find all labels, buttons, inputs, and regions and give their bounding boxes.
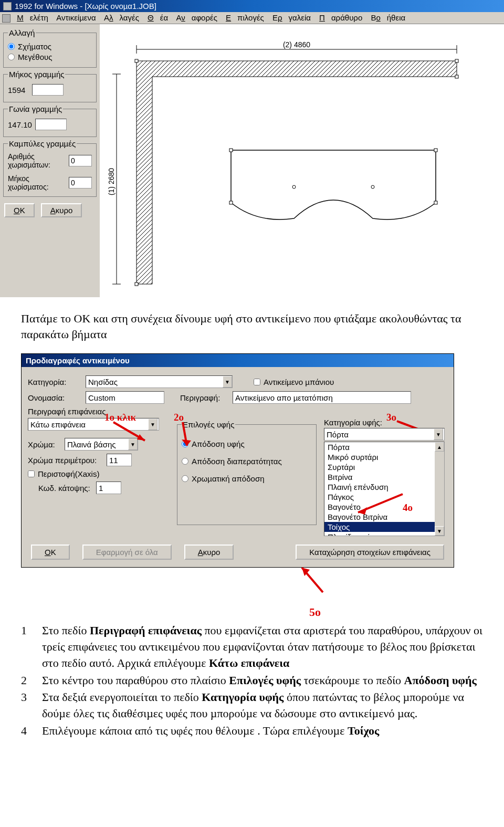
group-change-legend: Αλλαγή <box>8 28 36 37</box>
svg-marker-17 <box>137 434 145 441</box>
texcat-label: Κατηγορία υφής: <box>324 418 447 427</box>
listbox-scrollbar[interactable]: ▲ ▼ <box>435 442 444 536</box>
radio-size[interactable] <box>8 54 15 60</box>
group-line-angle-legend: Γωνία γραµµής <box>8 104 63 113</box>
instructions: 5ο 1Στο πεδίο Περιγραφή επιφάνειας που ε… <box>0 599 504 756</box>
menu-window[interactable]: Παράθυρο <box>319 13 362 22</box>
list-item[interactable]: Πλαινή επένδυση <box>324 482 444 492</box>
rotation-label: Περιστοφή(Xaxis) <box>38 469 99 478</box>
line-angle-input[interactable] <box>35 119 67 130</box>
list-item[interactable]: Συρτάρι <box>324 462 444 472</box>
menu-objects[interactable]: Αντικείµενα <box>56 13 96 22</box>
radio-color[interactable] <box>182 475 188 482</box>
app-titlebar: 1992 for Windows - [Χωρίς ονοµα1.JOB] <box>0 0 504 12</box>
dim-top-text: (2) 4860 <box>283 40 310 49</box>
plancode-label: Κωδ. κάτοψης: <box>28 484 96 493</box>
scroll-up-icon[interactable]: ▲ <box>435 442 444 452</box>
radio-transparency[interactable] <box>182 458 188 465</box>
texcat-combo[interactable]: ▼ <box>324 428 445 441</box>
doc-paragraph: Πατάµε το ΟΚ και στη συνέχεια δίνουµε υφ… <box>0 297 504 350</box>
instruction-1: Στο πεδίο Περιγραφή επιφάνειας που εµφαν… <box>42 623 483 671</box>
app-title: 1992 for Windows - [Χωρίς ονοµα1.JOB] <box>15 2 156 11</box>
menu-changes[interactable]: Αλλαγές <box>104 13 139 22</box>
group-line-angle: Γωνία γραµµής 147.10 <box>3 104 97 137</box>
rotation-checkbox[interactable] <box>28 470 35 477</box>
radio-texture-label: Απόδοση υφής <box>192 439 245 448</box>
radio-transparency-label: Απόδοση διαπερατότητας <box>192 457 282 466</box>
radio-shape-label: Σχήµατος <box>18 42 51 51</box>
workarea: Αλλαγή Σχήµατος Μεγέθους Μήκος γραµµής 1… <box>0 24 504 297</box>
annotation-5: 5ο <box>304 604 326 621</box>
line-length-input[interactable] <box>32 84 64 96</box>
cancel-button[interactable]: Aκυρο <box>41 203 82 217</box>
svg-point-15 <box>371 185 374 189</box>
name-input[interactable] <box>86 391 164 404</box>
bathroom-label: Αντικείµενο µπάνιου <box>264 378 334 386</box>
category-drop-icon[interactable]: ▼ <box>223 376 232 388</box>
list-item[interactable]: Βιτρίνα <box>324 472 444 482</box>
perim-color-label: Χρώµα περιµέτρου: <box>28 456 107 465</box>
object-specs-dialog: Προδιαγραφές αντικειµένου Κατηγορία: ▼ Α… <box>21 353 454 568</box>
svg-marker-19 <box>182 439 191 446</box>
svg-rect-11 <box>434 149 437 152</box>
menu-view[interactable]: Θέα <box>148 13 168 22</box>
line-length-value: 1594 <box>8 86 29 95</box>
group-curves-legend: Καµπύλες γραµµές <box>8 139 77 148</box>
svg-rect-6 <box>135 59 138 62</box>
category-label: Κατηγορία: <box>28 378 86 386</box>
color-label: Χρώµα: <box>28 440 65 449</box>
subdiv-input[interactable] <box>69 155 92 166</box>
svg-rect-8 <box>455 75 458 78</box>
category-combo[interactable]: ▼ <box>86 375 233 388</box>
dialog-ok-button[interactable]: OK <box>31 545 70 560</box>
apply-all-button[interactable]: Εφαρµογή σε όλα <box>82 545 172 560</box>
group-curves: Καµπύλες γραµµές Αριθµός χωρισµάτων: Μήκ… <box>3 139 97 197</box>
menu-help[interactable]: Βοήθεια <box>371 13 405 22</box>
save-surface-button[interactable]: Καταχώρηση στοιχείων επιφάνειας <box>296 545 444 560</box>
list-item[interactable]: Πλακίδια τοίχου <box>324 532 444 536</box>
radio-size-label: Μεγέθους <box>18 53 52 61</box>
texcat-input[interactable] <box>324 428 434 440</box>
menu-options[interactable]: Επιλογές <box>226 13 264 22</box>
texcat-drop-icon[interactable]: ▼ <box>434 428 443 440</box>
dim-left-text: (1) 2680 <box>107 168 116 195</box>
instruction-2: Στο κέντρο του παραθύρου στο πλαίσιο Επι… <box>42 673 483 689</box>
seglen-input[interactable] <box>69 177 92 189</box>
group-line-length-legend: Μήκος γραµµής <box>8 70 65 79</box>
texture-listbox[interactable]: Πόρτα Μικρό συρτάρι Συρτάρι Βιτρίνα Πλαι… <box>324 442 445 536</box>
plancode-input[interactable] <box>96 481 121 494</box>
name-label: Ονοµασία: <box>28 393 86 402</box>
seglen-label: Μήκος χωρίσµατος: <box>8 174 67 191</box>
app-menu-icon[interactable] <box>2 14 10 23</box>
line-angle-value: 147.10 <box>8 120 32 129</box>
scroll-down-icon[interactable]: ▼ <box>435 526 444 536</box>
menubar[interactable]: Μελέτη Αντικείµενα Αλλαγές Θέα Αναφορές … <box>0 12 504 24</box>
radio-shape[interactable] <box>8 43 15 50</box>
group-change: Αλλαγή Σχήµατος Μεγέθους <box>3 28 97 68</box>
ok-button[interactable]: OK <box>4 203 35 217</box>
list-item[interactable]: Πόρτα <box>324 442 444 452</box>
svg-rect-9 <box>135 282 138 286</box>
list-item-selected[interactable]: Τοίχος <box>324 522 444 532</box>
surface-desc-label: Περιγραφή επιφάνειας <box>28 407 447 416</box>
perim-color-input[interactable] <box>107 454 132 466</box>
dialog-cancel-button[interactable]: Ακυρο <box>184 545 234 560</box>
svg-point-14 <box>292 185 296 189</box>
svg-rect-12 <box>229 201 233 204</box>
description-input[interactable] <box>233 391 411 404</box>
radio-color-label: Χρωµατική απόδοση <box>192 474 265 483</box>
description-label: Περιγραφή: <box>180 393 233 402</box>
menu-tools[interactable]: Εργαλεία <box>272 13 311 22</box>
subdiv-label: Αριθµός χωρισµάτων: <box>8 152 67 169</box>
drawing-canvas[interactable]: (2) 4860 (1) 2680 <box>100 24 504 297</box>
category-input[interactable] <box>86 376 223 388</box>
bathroom-checkbox[interactable] <box>254 379 260 385</box>
app-icon <box>3 2 12 11</box>
instruction-3: Στα δεξιά ενεργοποιείται το πεδίο Κατηγο… <box>42 689 483 722</box>
instruction-4: Επιλέγουµε κάποια από τις υφές που θέλου… <box>42 723 483 739</box>
side-panel: Αλλαγή Σχήµατος Μεγέθους Μήκος γραµµής 1… <box>0 24 100 297</box>
menu-reports[interactable]: Αναφορές <box>176 13 217 22</box>
menu-study[interactable]: Μελέτη <box>17 13 48 22</box>
list-item[interactable]: Μικρό συρτάρι <box>324 452 444 462</box>
svg-rect-13 <box>434 201 437 204</box>
